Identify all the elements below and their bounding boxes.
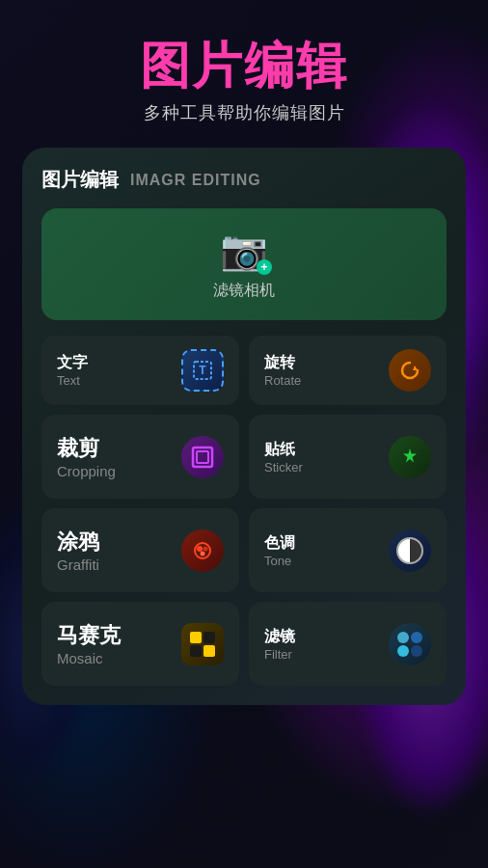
text-icon: T	[181, 349, 224, 392]
mosaic-icon	[181, 623, 224, 665]
main-card: 图片编辑 IMAGR EDITING 📷 + 滤镜相机 文字 Text	[22, 148, 466, 705]
tools-container: 文字 Text T 旋转 Rotate	[41, 336, 447, 686]
card-header: 图片编辑 IMAGR EDITING	[41, 167, 447, 193]
tool-sticker[interactable]: 贴纸 Sticker	[249, 415, 447, 499]
tool-mosaic[interactable]: 马赛克 Mosaic	[41, 602, 239, 686]
camera-plus-icon: +	[257, 259, 272, 275]
tool-rotate-zh: 旋转	[264, 353, 295, 373]
svg-rect-3	[197, 451, 208, 463]
tool-text-zh: 文字	[57, 353, 88, 373]
tool-filter[interactable]: 滤镜 Filter	[249, 602, 447, 686]
tool-text-en: Text	[57, 373, 80, 388]
tool-mosaic-en: Mosaic	[57, 650, 103, 666]
tool-tone-en: Tone	[264, 554, 291, 568]
crop-icon	[181, 436, 224, 478]
tool-graffiti-zh: 涂鸦	[57, 528, 99, 556]
graffiti-icon	[181, 529, 224, 572]
tool-filter-zh: 滤镜	[264, 627, 295, 647]
tool-tone[interactable]: 色调 Tone	[249, 508, 447, 592]
svg-point-5	[197, 546, 203, 552]
camera-icon-wrap: 📷 +	[220, 228, 268, 273]
tool-crop[interactable]: 裁剪 Cropping	[41, 415, 239, 499]
tool-rotate-en: Rotate	[264, 373, 301, 388]
svg-point-7	[201, 551, 205, 556]
page-title: 图片编辑	[140, 39, 348, 94]
card-title-zh: 图片编辑	[41, 167, 119, 193]
tool-graffiti-en: Graffiti	[57, 556, 99, 573]
sticker-icon	[389, 436, 431, 478]
camera-filter-button[interactable]: 📷 + 滤镜相机	[41, 208, 447, 320]
page-subtitle: 多种工具帮助你编辑图片	[144, 101, 345, 124]
card-title-en: IMAGR EDITING	[130, 172, 261, 189]
svg-text:T: T	[199, 364, 206, 377]
tone-icon	[389, 529, 431, 572]
tool-rotate[interactable]: 旋转 Rotate	[249, 336, 447, 405]
tool-sticker-en: Sticker	[264, 460, 303, 475]
tool-sticker-zh: 贴纸	[264, 440, 295, 460]
tool-graffiti[interactable]: 涂鸦 Graffiti	[41, 508, 239, 592]
page-content: 图片编辑 多种工具帮助你编辑图片 图片编辑 IMAGR EDITING 📷 + …	[0, 0, 488, 868]
svg-point-6	[203, 546, 208, 551]
tool-tone-zh: 色调	[264, 533, 295, 554]
tool-filter-en: Filter	[264, 647, 292, 662]
tool-text[interactable]: 文字 Text T	[41, 336, 239, 405]
camera-label: 滤镜相机	[213, 281, 275, 301]
svg-point-4	[195, 543, 210, 558]
tool-crop-en: Cropping	[57, 463, 116, 479]
filter-icon	[389, 623, 431, 665]
rotate-icon	[389, 349, 431, 392]
tool-crop-zh: 裁剪	[57, 434, 99, 463]
tool-mosaic-zh: 马赛克	[57, 621, 121, 650]
